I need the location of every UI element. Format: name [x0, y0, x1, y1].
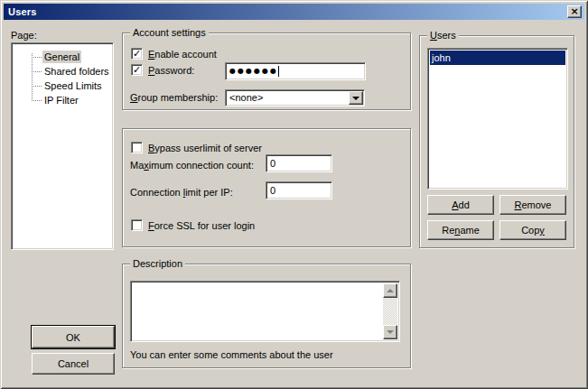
password-checkbox[interactable]: ✓: [131, 64, 143, 76]
max-connection-count-label: Maximum connection count:: [130, 160, 254, 171]
users-listbox[interactable]: john: [427, 48, 568, 190]
description-group: Description You can enter some comments …: [122, 264, 411, 368]
tree-branch-icon: [32, 86, 42, 87]
max-connection-count-value: 0: [270, 158, 275, 169]
tree-item-label: General: [42, 51, 81, 63]
titlebar[interactable]: Users ×: [4, 4, 584, 20]
connection-limits-group: ✓ Bypass userlimit of server Maximum con…: [122, 128, 411, 247]
password-label: Password:: [148, 65, 194, 77]
description-title: Description: [130, 258, 185, 270]
rename-user-button[interactable]: Rename: [427, 220, 494, 240]
connection-limit-per-ip-input[interactable]: 0: [266, 181, 332, 199]
tree-item-label: IP Filter: [42, 94, 80, 107]
tree-branch-icon: [32, 57, 42, 58]
close-button[interactable]: ×: [567, 5, 582, 18]
bypass-userlimit-label: Bypass userlimit of server: [148, 143, 262, 154]
users-listbox-viewport: john: [430, 51, 565, 187]
users-dialog: Users × Page: General Shared folders Spe…: [0, 0, 588, 389]
users-group: Users john Add Remove Rename Copy: [419, 35, 574, 248]
scroll-down-button[interactable]: [383, 325, 397, 339]
tree-item-label: Shared folders: [42, 65, 111, 78]
connection-limit-per-ip-label: Connection limit per IP:: [130, 187, 233, 199]
tree-item-label: Speed Limits: [42, 79, 104, 92]
window-title: Users: [8, 6, 37, 17]
group-membership-label: Group membership:: [130, 92, 218, 104]
chevron-down-icon: [352, 97, 359, 100]
password-masked-value: ●●●●●●: [229, 68, 278, 75]
description-text: [133, 283, 397, 339]
combo-dropdown-button[interactable]: [349, 91, 363, 105]
tree-branch-icon: [32, 71, 42, 72]
page-tree[interactable]: General Shared folders Speed Limits IP F…: [11, 42, 114, 250]
users-group-title: Users: [427, 30, 459, 42]
description-hint: You can enter some comments about the us…: [130, 349, 333, 361]
scroll-up-button[interactable]: [383, 283, 397, 298]
group-membership-select[interactable]: <none>: [225, 89, 365, 107]
ok-button[interactable]: OK: [32, 326, 115, 348]
vertical-scrollbar[interactable]: [383, 283, 397, 339]
description-textarea[interactable]: [130, 281, 400, 342]
enable-account-label: Enable account: [148, 49, 217, 60]
user-list-item-john[interactable]: john: [430, 51, 565, 65]
remove-user-button[interactable]: Remove: [499, 195, 566, 215]
add-user-button[interactable]: Add: [427, 195, 494, 215]
text-caret: [278, 66, 279, 77]
page-label: Page:: [11, 30, 37, 42]
tree-connector-line: [32, 53, 33, 101]
bypass-userlimit-checkbox[interactable]: ✓: [131, 142, 143, 153]
page-tree-viewport: General Shared folders Speed Limits IP F…: [14, 45, 111, 247]
checkmark-icon: ✓: [133, 65, 141, 75]
max-connection-count-input[interactable]: 0: [266, 154, 332, 172]
copy-user-button[interactable]: Copy: [499, 220, 566, 240]
force-ssl-label: Force SSL for user login: [148, 220, 255, 232]
account-settings-title: Account settings: [130, 27, 209, 39]
enable-account-checkbox[interactable]: ✓: [131, 48, 143, 60]
checkmark-icon: ✓: [133, 49, 141, 59]
force-ssl-checkbox[interactable]: ✓: [131, 219, 143, 231]
tree-branch-icon: [32, 100, 42, 101]
connection-limit-per-ip-value: 0: [270, 185, 275, 196]
close-icon: ×: [570, 7, 578, 16]
group-membership-value: <none>: [229, 92, 263, 103]
cancel-button[interactable]: Cancel: [32, 353, 115, 375]
password-input[interactable]: ●●●●●●: [225, 62, 366, 80]
arrow-down-icon: [387, 330, 394, 334]
arrow-up-icon: [387, 289, 394, 292]
account-settings-group: Account settings ✓ Enable account ✓ Pass…: [122, 32, 411, 110]
